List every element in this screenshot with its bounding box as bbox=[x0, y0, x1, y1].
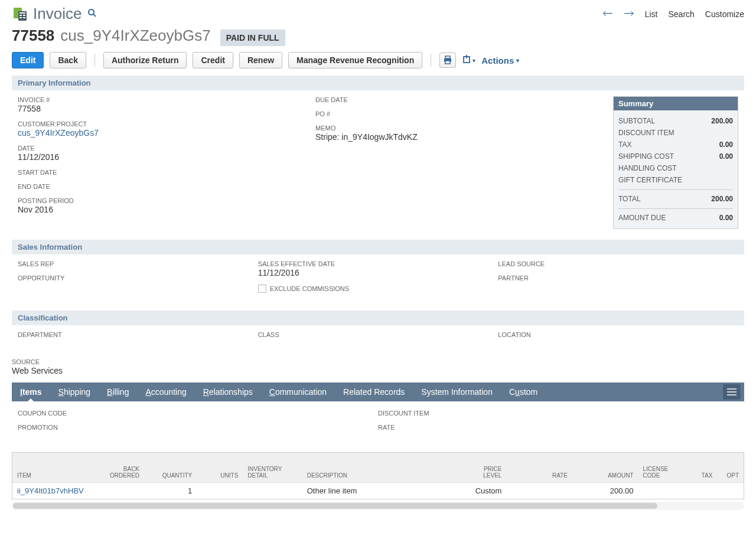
divider bbox=[94, 54, 95, 67]
discount-item-label2: DISCOUNT ITEM bbox=[378, 410, 738, 417]
end-date-label: END DATE bbox=[18, 183, 315, 190]
col-rate[interactable]: RATE bbox=[506, 453, 572, 483]
po-label: PO # bbox=[315, 110, 613, 117]
search-icon[interactable] bbox=[87, 8, 97, 20]
invoice-no-label: INVOICE # bbox=[18, 96, 315, 103]
classification-header: Classification bbox=[12, 310, 744, 325]
tab-billing[interactable]: Billing bbox=[99, 382, 137, 401]
class-label: CLASS bbox=[258, 331, 498, 338]
tax-value: 0.00 bbox=[719, 140, 733, 149]
posting-period-value: Nov 2016 bbox=[18, 205, 315, 214]
amount-due-label: AMOUNT DUE bbox=[618, 214, 666, 222]
col-license-code[interactable]: LICENSE CODE bbox=[638, 453, 685, 483]
chevron-down-icon: ▾ bbox=[516, 57, 519, 64]
department-label: DEPARTMENT bbox=[18, 331, 258, 338]
amount-due-value: 0.00 bbox=[719, 214, 733, 222]
tax-label: TAX bbox=[618, 140, 631, 149]
total-value: 200.00 bbox=[711, 195, 733, 203]
subtotal-label: SUBTOTAL bbox=[618, 117, 655, 125]
back-button[interactable]: Back bbox=[50, 52, 86, 68]
tab-system-information[interactable]: System Information bbox=[413, 382, 501, 401]
nav-back-icon[interactable]: 🡐 bbox=[602, 8, 613, 20]
svg-rect-5 bbox=[19, 17, 22, 18]
memo-label: MEMO bbox=[315, 125, 613, 132]
layout-toggle-icon[interactable] bbox=[723, 384, 741, 400]
page-title: Invoice bbox=[33, 5, 82, 23]
row-amount: 200.00 bbox=[572, 483, 638, 499]
col-quantity[interactable]: QUANTITY bbox=[144, 453, 197, 483]
exclude-commissions-label: EXCLUDE COMMISSIONS bbox=[270, 285, 349, 292]
col-back-ordered[interactable]: BACK ORDERED bbox=[98, 453, 144, 483]
summary-header: Summary bbox=[614, 97, 738, 110]
authorize-return-button[interactable]: Authorize Return bbox=[103, 52, 187, 68]
row-item-link[interactable]: ii_9Y4It01b7vhHBV bbox=[12, 483, 98, 499]
exclude-commissions-checkbox[interactable] bbox=[258, 285, 266, 293]
customer-project-link[interactable]: cus_9Y4IrXZeoybGs7 bbox=[18, 128, 315, 138]
divider bbox=[431, 54, 431, 67]
subtotal-value: 200.00 bbox=[711, 117, 733, 125]
source-label: SOURCE bbox=[12, 358, 744, 365]
col-amount[interactable]: AMOUNT bbox=[572, 453, 638, 483]
opportunity-label: OPPORTUNITY bbox=[18, 274, 258, 282]
location-label: LOCATION bbox=[498, 331, 738, 338]
col-inventory-detail[interactable]: INVENTORY DETAIL bbox=[243, 453, 302, 483]
posting-period-label: POSTING PERIOD bbox=[18, 197, 315, 204]
invoice-number: 77558 bbox=[12, 27, 54, 45]
date-value: 11/12/2016 bbox=[18, 152, 315, 162]
svg-rect-4 bbox=[23, 15, 25, 16]
invoice-icon bbox=[12, 6, 28, 22]
summary-box: Summary SUBTOTAL200.00 DISCOUNT ITEM TAX… bbox=[613, 96, 738, 229]
svg-rect-3 bbox=[19, 15, 22, 16]
tab-bar: Items Shipping Billing Accounting Relati… bbox=[12, 382, 744, 401]
total-label: TOTAL bbox=[618, 195, 641, 203]
svg-rect-6 bbox=[23, 17, 25, 18]
memo-value: Stripe: in_9Y4IogwJkTdvKZ bbox=[315, 132, 613, 142]
effective-date-label: SALES EFFECTIVE DATE bbox=[258, 260, 498, 267]
tab-items[interactable]: Items bbox=[12, 382, 50, 401]
shipping-label: SHIPPING COST bbox=[618, 152, 674, 161]
svg-point-7 bbox=[89, 9, 94, 15]
svg-rect-11 bbox=[445, 61, 450, 64]
col-description[interactable]: DESCRIPTION bbox=[302, 453, 454, 483]
edit-button[interactable]: Edit bbox=[12, 52, 44, 68]
renew-button[interactable]: Renew bbox=[239, 52, 282, 68]
svg-rect-9 bbox=[445, 56, 450, 58]
sales-information-header: Sales Information bbox=[12, 240, 744, 254]
customize-link[interactable]: Customize bbox=[705, 9, 744, 19]
col-units[interactable]: UNITS bbox=[197, 453, 243, 483]
sales-rep-label: SALES REP bbox=[18, 260, 258, 267]
tab-relationships[interactable]: Relationships bbox=[195, 382, 261, 401]
tab-custom[interactable]: Custom bbox=[501, 382, 546, 401]
tab-communication[interactable]: Communication bbox=[261, 382, 335, 401]
svg-line-8 bbox=[93, 14, 96, 17]
coupon-code-label: COUPON CODE bbox=[18, 410, 378, 417]
start-date-label: START DATE bbox=[18, 169, 315, 176]
tab-accounting[interactable]: Accounting bbox=[137, 382, 194, 401]
nav-forward-icon[interactable]: 🡒 bbox=[624, 8, 634, 20]
credit-button[interactable]: Credit bbox=[193, 52, 233, 68]
new-window-icon[interactable]: ▾ bbox=[462, 55, 475, 66]
horizontal-scrollbar[interactable] bbox=[12, 502, 744, 510]
search-link[interactable]: Search bbox=[669, 9, 695, 19]
customer-project-label: CUSTOMER:PROJECT bbox=[18, 120, 315, 127]
shipping-value: 0.00 bbox=[719, 152, 733, 161]
row-description: Other line item bbox=[302, 483, 454, 499]
col-tax[interactable]: TAX bbox=[685, 453, 718, 483]
effective-date-value: 11/12/2016 bbox=[258, 268, 498, 277]
promotion-label: PROMOTION bbox=[18, 424, 378, 431]
manage-revenue-button[interactable]: Manage Revenue Recognition bbox=[288, 52, 422, 68]
tab-related-records[interactable]: Related Records bbox=[335, 382, 413, 401]
partner-label: PARTNER bbox=[498, 274, 738, 282]
table-row[interactable]: ii_9Y4It01b7vhHBV 1 Other line item Cust… bbox=[12, 483, 744, 499]
print-icon[interactable] bbox=[439, 53, 456, 68]
col-item[interactable]: ITEM bbox=[12, 453, 98, 483]
source-value: Web Services bbox=[12, 366, 744, 375]
col-opt[interactable]: OPT bbox=[717, 453, 744, 483]
tab-shipping[interactable]: Shipping bbox=[50, 382, 99, 401]
rate-label: RATE bbox=[378, 424, 738, 431]
lead-source-label: LEAD SOURCE bbox=[498, 260, 738, 267]
items-table: ITEM BACK ORDERED QUANTITY UNITS INVENTO… bbox=[12, 452, 744, 499]
actions-dropdown[interactable]: Actions ▾ bbox=[481, 55, 519, 66]
col-price-level[interactable]: PRICE LEVEL bbox=[454, 453, 506, 483]
list-link[interactable]: List bbox=[645, 9, 658, 19]
